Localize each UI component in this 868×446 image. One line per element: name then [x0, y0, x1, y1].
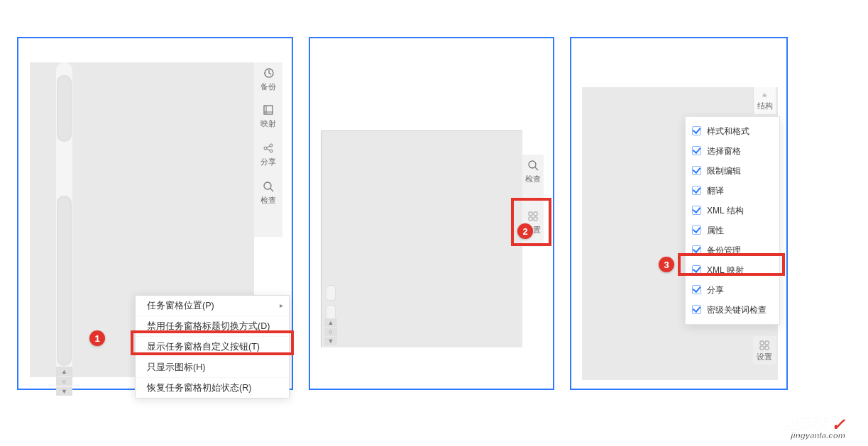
- check-item-style[interactable]: 样式和格式: [686, 121, 779, 141]
- checkbox-checked-icon: [692, 285, 701, 294]
- right-side-rail: 备份 映射 分享 检查: [254, 62, 282, 237]
- check-item-translate[interactable]: 翻译: [686, 181, 779, 201]
- rail-inspect-button[interactable]: 检查: [522, 159, 544, 183]
- hamburger-icon: ≡: [763, 91, 767, 99]
- svg-rect-1: [264, 106, 273, 114]
- document-area: [321, 130, 522, 347]
- menu-taskpane-position-label: 任务窗格位置(P): [147, 301, 214, 311]
- menu-icons-only-label: 只显示图标(H): [147, 362, 205, 372]
- rail-backup-label: 备份: [254, 82, 282, 91]
- checkbox-checked-icon: [692, 206, 701, 215]
- tutorial-step-3-panel: ≡ 结构 设置 样式和格式 选择窗格 限制编辑 翻译 XML 结构 属性 备份管…: [570, 37, 788, 390]
- highlight-settings-button: [511, 198, 551, 246]
- mapping-icon: [262, 104, 275, 116]
- menu-icons-only[interactable]: 只显示图标(H): [136, 357, 289, 378]
- scroll-select-button[interactable]: ○: [324, 328, 337, 336]
- grid-icon: [758, 339, 771, 352]
- svg-point-6: [529, 161, 536, 168]
- tutorial-step-2-panel: ▲ ○ ▼ 检查 设置: [309, 37, 554, 390]
- scroll-thumb-bottom[interactable]: [57, 196, 72, 366]
- check-item-share-label: 分享: [707, 285, 724, 295]
- checkbox-checked-icon: [692, 146, 701, 155]
- scroll-down-button[interactable]: ▼: [56, 386, 72, 396]
- share-icon: [262, 142, 275, 155]
- submenu-arrow-icon: ▸: [280, 296, 283, 316]
- structure-button-label: 结构: [754, 101, 776, 111]
- svg-rect-14: [765, 346, 769, 350]
- step-badge-2-label: 2: [522, 226, 527, 237]
- check-item-share[interactable]: 分享: [686, 280, 779, 300]
- checkbox-checked-icon: [692, 186, 701, 195]
- check-item-xml-structure[interactable]: XML 结构: [686, 201, 779, 221]
- watermark-text: 经验啦: [784, 416, 827, 432]
- watermark: 经验啦 ✓ jingyanla.com: [784, 416, 845, 440]
- check-item-xml-structure-label: XML 结构: [707, 206, 744, 216]
- check-item-crypto-keyword-label: 密级关键词检查: [707, 305, 767, 315]
- menu-restore-initial[interactable]: 恢复任务窗格初始状态(R): [136, 378, 289, 398]
- svg-rect-13: [760, 346, 764, 350]
- rail-inspect-button[interactable]: 检查: [254, 180, 282, 204]
- checkbox-checked-icon: [692, 126, 701, 135]
- svg-rect-11: [760, 341, 764, 345]
- rail-share-label: 分享: [254, 157, 282, 166]
- checkbox-checked-icon: [692, 225, 701, 235]
- svg-point-3: [270, 144, 273, 147]
- rail-inspect-label: 检查: [522, 174, 544, 183]
- rail-share-button[interactable]: 分享: [254, 142, 282, 166]
- rail-mapping-button[interactable]: 映射: [254, 104, 282, 128]
- check-item-translate-label: 翻译: [707, 186, 724, 196]
- step-badge-3: 3: [659, 257, 674, 272]
- checkbox-checked-icon: [692, 166, 701, 175]
- check-item-select-pane-label: 选择窗格: [707, 146, 741, 156]
- step-badge-3-label: 3: [664, 260, 669, 270]
- step-badge-2: 2: [517, 223, 533, 239]
- watermark-url: jingyanla.com: [784, 432, 845, 440]
- scroll-knob-top[interactable]: [326, 285, 336, 301]
- check-item-limit-edit-label: 限制编辑: [707, 166, 741, 176]
- svg-rect-12: [765, 341, 769, 345]
- checkbox-checked-icon: [692, 305, 701, 314]
- scroll-down-button[interactable]: ▼: [324, 337, 337, 345]
- check-item-select-pane[interactable]: 选择窗格: [686, 141, 779, 161]
- inspect-icon: [262, 180, 275, 193]
- svg-point-2: [264, 147, 267, 150]
- highlight-menu-show-custom-button: [131, 330, 294, 355]
- settings-button[interactable]: 设置: [753, 336, 776, 364]
- tutorial-step-1-panel: ▲ ○ ▼ 备份 映射 分享 检查 任务窗格位置(P): [17, 37, 293, 390]
- rail-inspect-label: 检查: [254, 196, 282, 204]
- menu-restore-initial-label: 恢复任务窗格初始状态(R): [147, 383, 251, 393]
- settings-button-label: 设置: [753, 352, 776, 362]
- rail-mapping-label: 映射: [254, 119, 282, 128]
- highlight-properties-item: [678, 253, 785, 276]
- step-badge-1: 1: [89, 330, 105, 346]
- menu-taskpane-position[interactable]: 任务窗格位置(P) ▸: [136, 296, 289, 316]
- check-item-properties[interactable]: 属性: [686, 221, 779, 240]
- history-icon: [262, 67, 275, 79]
- svg-point-5: [264, 182, 271, 189]
- step-badge-1-label: 1: [94, 333, 99, 344]
- taskpane-selector-popup: 样式和格式 选择窗格 限制编辑 翻译 XML 结构 属性 备份管理 XML 映射…: [685, 116, 780, 325]
- check-item-limit-edit[interactable]: 限制编辑: [686, 161, 779, 181]
- inspect-icon: [527, 159, 539, 172]
- scroll-select-button[interactable]: ○: [56, 377, 72, 386]
- scroll-up-button[interactable]: ▲: [324, 318, 337, 327]
- check-item-properties-label: 属性: [707, 225, 724, 235]
- scroll-thumb-top[interactable]: [57, 75, 72, 142]
- structure-button[interactable]: ≡ 结构: [753, 87, 776, 114]
- menu-disable-title-switch-label: 禁用任务窗格标题切换方式(D): [147, 321, 270, 331]
- scroll-up-button[interactable]: ▲: [56, 367, 72, 376]
- svg-point-4: [270, 150, 273, 152]
- check-item-style-label: 样式和格式: [707, 126, 749, 136]
- check-item-crypto-keyword[interactable]: 密级关键词检查: [686, 300, 779, 320]
- rail-backup-button[interactable]: 备份: [254, 67, 282, 91]
